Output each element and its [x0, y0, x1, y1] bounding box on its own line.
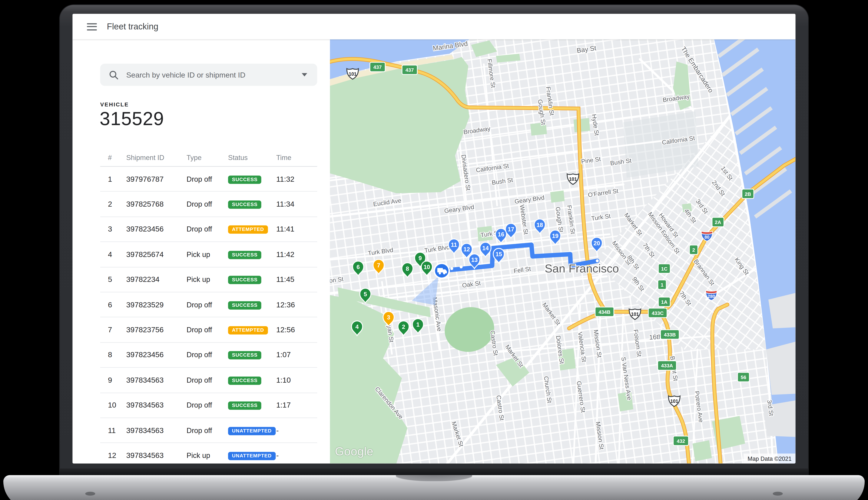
- status-badge: SUCCESS: [228, 301, 262, 309]
- svg-text:2: 2: [692, 247, 695, 253]
- google-watermark: Google: [335, 445, 373, 458]
- app-window: Fleet tracking Search by vehicle ID or s…: [72, 14, 795, 463]
- svg-text:6: 6: [357, 264, 360, 270]
- exit-shield: 1C: [658, 264, 670, 273]
- svg-text:10: 10: [424, 264, 430, 270]
- vehicle-truck-marker[interactable]: [434, 263, 449, 278]
- table-row[interactable]: 10397834563Drop offSUCCESS1:17: [100, 393, 317, 418]
- menu-icon[interactable]: [87, 21, 97, 32]
- laptop-foot: [85, 492, 95, 496]
- cell-id: 397823756: [126, 326, 186, 334]
- svg-text:437: 437: [406, 67, 414, 73]
- svg-text:12: 12: [463, 246, 470, 253]
- cell-id: 397825674: [126, 250, 186, 259]
- cell-time: -: [276, 451, 317, 459]
- cell-id: 397834563: [126, 426, 186, 434]
- cell-n: 8: [108, 351, 126, 359]
- vehicle-id: 315529: [100, 108, 164, 129]
- cell-n: 6: [108, 300, 126, 309]
- cell-typ: Pick up: [186, 451, 228, 459]
- status-badge: SUCCESS: [228, 351, 262, 360]
- svg-text:18: 18: [536, 222, 543, 228]
- svg-text:433C: 433C: [652, 310, 663, 316]
- city-label: San Francisco: [545, 262, 619, 275]
- status-badge: SUCCESS: [228, 276, 262, 284]
- svg-text:1C: 1C: [661, 266, 668, 272]
- status-badge: SUCCESS: [228, 175, 262, 184]
- svg-text:9: 9: [418, 255, 422, 262]
- svg-text:11: 11: [451, 241, 457, 248]
- chevron-down-icon[interactable]: [302, 73, 307, 77]
- cell-n: 3: [108, 225, 126, 234]
- cell-id: 397823456: [126, 225, 186, 234]
- cell-time: 1:17: [276, 401, 317, 409]
- vehicle-label: VEHICLE: [100, 101, 129, 107]
- cell-time: -: [276, 426, 317, 434]
- cell-n: 12: [108, 451, 126, 459]
- svg-text:5: 5: [364, 291, 367, 297]
- map-attribution: Map Data ©2021: [744, 454, 796, 464]
- cell-n: 10: [108, 401, 126, 409]
- cell-typ: Drop off: [186, 300, 228, 309]
- map-canvas[interactable]: Marina BlvdBay StThe EmbarcaderoBroadway…: [330, 39, 795, 463]
- cell-n: 1: [108, 175, 126, 183]
- page-title: Fleet tracking: [107, 22, 158, 32]
- svg-text:1A: 1A: [661, 299, 668, 305]
- exit-shield: 432: [673, 436, 688, 445]
- table-row[interactable]: 2397825768Drop offSUCCESS11:34: [100, 192, 317, 217]
- page: Fleet tracking Search by vehicle ID or s…: [0, 0, 868, 500]
- sidebar: Search by vehicle ID or shipment ID VEHI…: [72, 39, 330, 463]
- cell-n: 7: [108, 326, 126, 334]
- cell-typ: Drop off: [186, 326, 228, 334]
- cell-typ: Drop off: [186, 351, 228, 359]
- cell-time: 11:45: [276, 275, 317, 284]
- cell-time: 1:07: [276, 351, 317, 359]
- cell-id: 397823456: [126, 351, 186, 359]
- table-row[interactable]: 8397823456Drop offSUCCESS1:07: [100, 343, 317, 368]
- map[interactable]: Marina BlvdBay StThe EmbarcaderoBroadway…: [330, 39, 795, 463]
- table-row[interactable]: 539782234Pick upSUCCESS11:45: [100, 267, 317, 292]
- cell-n: 11: [108, 426, 126, 434]
- exit-shield: 437: [402, 65, 417, 75]
- svg-text:14: 14: [482, 245, 489, 251]
- status-badge: SUCCESS: [228, 201, 262, 209]
- table-row[interactable]: 6397823529Drop offSUCCESS12:36: [100, 293, 317, 318]
- svg-text:1: 1: [416, 321, 419, 328]
- table-row[interactable]: 3397823456Drop offATTEMPTED11:41: [100, 217, 317, 242]
- cell-time: 12:36: [276, 300, 317, 309]
- exit-shield: 2: [690, 245, 698, 254]
- svg-text:101: 101: [349, 71, 357, 77]
- svg-text:13: 13: [471, 257, 477, 263]
- app-header: Fleet tracking: [72, 14, 795, 39]
- table-row[interactable]: 1397976787Drop offSUCCESS11:32: [100, 167, 317, 192]
- table-row[interactable]: 12397834563Pick upUNATTEMPTED-: [100, 443, 317, 464]
- cell-time: 1:10: [276, 376, 317, 384]
- svg-text:3: 3: [387, 314, 390, 321]
- status-badge: SUCCESS: [228, 251, 262, 259]
- svg-text:2B: 2B: [745, 191, 751, 197]
- status-badge: UNATTEMPTED: [228, 452, 276, 460]
- svg-text:101: 101: [631, 311, 639, 317]
- svg-text:7: 7: [377, 262, 380, 269]
- exit-shield: 433A: [658, 361, 676, 370]
- exit-shield: 56: [738, 373, 749, 382]
- status-badge: SUCCESS: [228, 376, 262, 385]
- cell-typ: Drop off: [186, 200, 228, 208]
- search-input[interactable]: Search by vehicle ID or shipment ID: [100, 64, 317, 86]
- cell-id: 397825768: [126, 200, 186, 208]
- table-row[interactable]: 7397823756Drop offATTEMPTED12:56: [100, 318, 317, 343]
- table-row[interactable]: 4397825674Pick upSUCCESS11:42: [100, 242, 317, 267]
- svg-text:8: 8: [406, 265, 409, 272]
- table-row[interactable]: 9397834563Drop offSUCCESS1:10: [100, 368, 317, 393]
- laptop-foot: [773, 492, 783, 496]
- cell-id: 397834563: [126, 401, 186, 409]
- status-badge: UNATTEMPTED: [228, 427, 276, 435]
- svg-text:19: 19: [552, 232, 558, 239]
- cell-n: 4: [108, 250, 126, 259]
- table-row[interactable]: 11397834563Drop offUNATTEMPTED-: [100, 418, 317, 443]
- cell-n: 9: [108, 376, 126, 384]
- column-header: Type: [186, 154, 228, 161]
- cell-typ: Drop off: [186, 401, 228, 409]
- svg-text:101: 101: [569, 177, 577, 182]
- svg-text:2: 2: [402, 323, 405, 330]
